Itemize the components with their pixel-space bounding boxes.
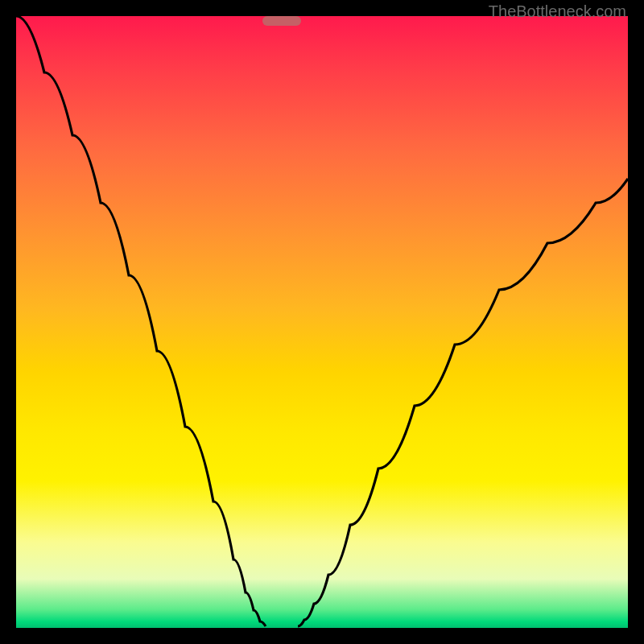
left-curve (16, 16, 266, 626)
chart-container: TheBottleneck.com (0, 0, 644, 644)
attribution-text: TheBottleneck.com (489, 2, 626, 21)
right-curve (298, 179, 628, 626)
plot-area (16, 16, 628, 628)
curves-layer (16, 16, 628, 628)
bottleneck-marker (262, 16, 301, 26)
